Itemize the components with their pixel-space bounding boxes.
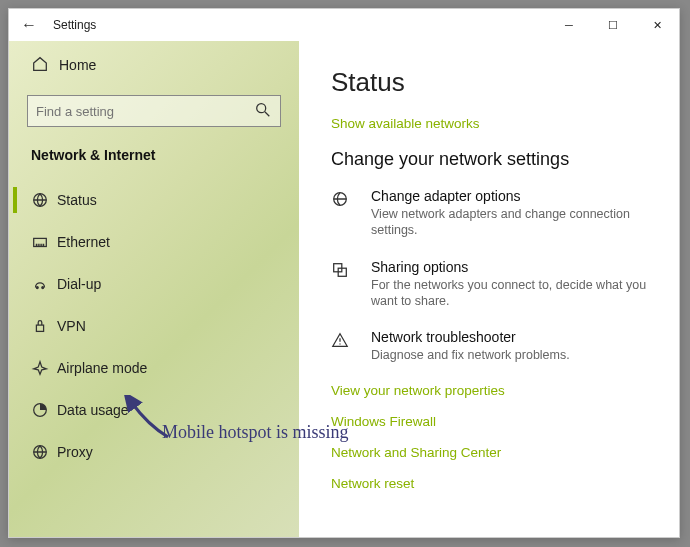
sidebar-home[interactable]: Home: [13, 45, 295, 85]
adapter-icon: [331, 188, 357, 239]
vpn-icon: [31, 317, 57, 335]
option-adapter[interactable]: Change adapter options View network adap…: [331, 188, 651, 239]
option-desc: For the networks you connect to, decide …: [371, 277, 651, 310]
link-show-networks[interactable]: Show available networks: [331, 116, 651, 131]
option-label: Network troubleshooter: [371, 329, 570, 345]
airplane-icon: [31, 359, 57, 377]
svg-rect-5: [36, 325, 43, 331]
search-box[interactable]: [27, 95, 281, 127]
sidebar-item-datausage[interactable]: Data usage: [13, 389, 295, 431]
sidebar-item-label: Proxy: [57, 444, 93, 460]
dialup-icon: [31, 275, 57, 293]
sidebar-item-label: Data usage: [57, 402, 129, 418]
option-desc: Diagnose and fix network problems.: [371, 347, 570, 363]
search-icon: [254, 101, 272, 122]
home-icon: [31, 55, 59, 76]
main-panel: Status Show available networks Change yo…: [299, 41, 679, 537]
sidebar-item-status[interactable]: Status: [13, 179, 295, 221]
sidebar-item-vpn[interactable]: VPN: [13, 305, 295, 347]
sidebar-item-proxy[interactable]: Proxy: [13, 431, 295, 473]
datausage-icon: [31, 401, 57, 419]
sidebar-item-label: VPN: [57, 318, 86, 334]
sidebar-item-ethernet[interactable]: Ethernet: [13, 221, 295, 263]
search-input[interactable]: [36, 104, 254, 119]
svg-point-4: [42, 287, 44, 289]
status-icon: [31, 191, 57, 209]
sidebar-item-label: Ethernet: [57, 234, 110, 250]
option-desc: View network adapters and change connect…: [371, 206, 651, 239]
option-sharing[interactable]: Sharing options For the networks you con…: [331, 259, 651, 310]
sidebar-item-label: Status: [57, 192, 97, 208]
settings-window: ← Settings ─ ☐ ✕ Home Network & Internet: [8, 8, 680, 538]
window-body: Home Network & Internet Status Ethernet …: [9, 41, 679, 537]
titlebar: ← Settings ─ ☐ ✕: [9, 9, 679, 41]
link-firewall[interactable]: Windows Firewall: [331, 414, 651, 429]
back-button[interactable]: ←: [9, 16, 49, 34]
warning-icon: [331, 329, 357, 363]
option-label: Sharing options: [371, 259, 651, 275]
sidebar-item-label: Airplane mode: [57, 360, 147, 376]
window-controls: ─ ☐ ✕: [547, 9, 679, 41]
window-title: Settings: [49, 18, 547, 32]
option-troubleshooter[interactable]: Network troubleshooter Diagnose and fix …: [331, 329, 651, 363]
maximize-button[interactable]: ☐: [591, 9, 635, 41]
option-label: Change adapter options: [371, 188, 651, 204]
ethernet-icon: [31, 233, 57, 251]
page-heading: Status: [331, 67, 651, 98]
link-reset[interactable]: Network reset: [331, 476, 651, 491]
sidebar-item-label: Dial-up: [57, 276, 101, 292]
link-properties[interactable]: View your network properties: [331, 383, 651, 398]
section-heading: Change your network settings: [331, 149, 651, 170]
sidebar-category: Network & Internet: [13, 141, 295, 179]
sidebar-item-dialup[interactable]: Dial-up: [13, 263, 295, 305]
sharing-icon: [331, 259, 357, 310]
sidebar-home-label: Home: [59, 57, 96, 73]
link-sharingcenter[interactable]: Network and Sharing Center: [331, 445, 651, 460]
svg-point-0: [257, 103, 266, 112]
close-button[interactable]: ✕: [635, 9, 679, 41]
proxy-icon: [31, 443, 57, 461]
minimize-button[interactable]: ─: [547, 9, 591, 41]
sidebar: Home Network & Internet Status Ethernet …: [9, 41, 299, 537]
sidebar-item-airplane[interactable]: Airplane mode: [13, 347, 295, 389]
svg-point-3: [36, 287, 38, 289]
